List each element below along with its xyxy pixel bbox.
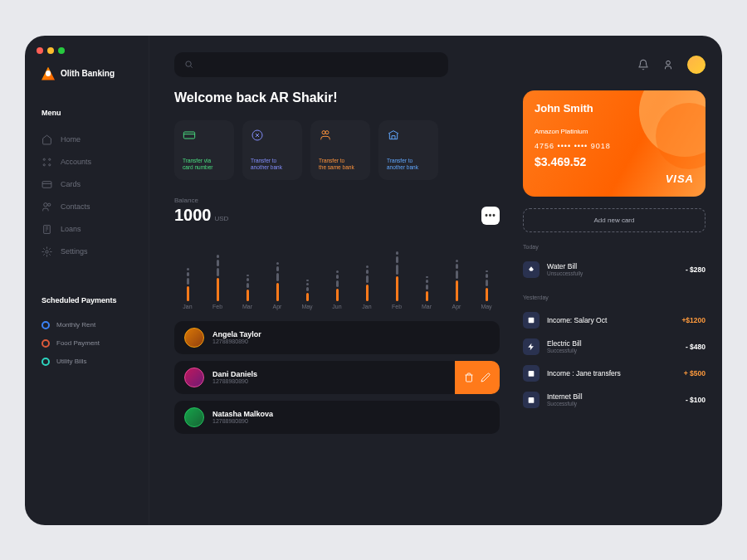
- bar-Apr: Apr: [264, 243, 290, 309]
- contact-item[interactable]: Natasha Malkova12788980890: [174, 401, 500, 434]
- transaction-amount: + $500: [684, 369, 706, 377]
- transaction-name: Internet Bill: [547, 392, 678, 401]
- user-icon[interactable]: [662, 59, 674, 71]
- svg-point-10: [666, 61, 671, 65]
- contact-id: 12788980890: [212, 338, 261, 344]
- svg-point-13: [322, 130, 325, 134]
- action-icon: [387, 129, 400, 142]
- svg-rect-18: [529, 397, 535, 403]
- balance-label: Balance: [174, 197, 500, 204]
- svg-point-6: [48, 203, 51, 206]
- status-ring: [42, 339, 50, 348]
- settings-icon: [42, 246, 52, 257]
- svg-point-2: [43, 163, 45, 165]
- nav-accounts[interactable]: Accounts: [42, 151, 149, 173]
- transaction-status: Successfully: [547, 348, 678, 353]
- loans-icon: [42, 224, 52, 235]
- bar-Jan: Jan: [174, 243, 201, 309]
- home-icon: [42, 134, 52, 145]
- profile-avatar[interactable]: [687, 56, 706, 74]
- bar-Mar: Mar: [413, 243, 440, 309]
- svg-point-14: [325, 130, 329, 134]
- contact-item[interactable]: Angela Taylor12788980890: [174, 321, 500, 354]
- transaction-item[interactable]: Electric BillSuccessfully- $480: [523, 334, 706, 360]
- bar-Jan: Jan: [354, 243, 380, 309]
- transfer-action-3[interactable]: Transfer toanother bank: [378, 120, 438, 180]
- scheduled-item[interactable]: Utility Bills: [42, 353, 149, 371]
- transaction-amount: - $100: [686, 396, 706, 404]
- svg-point-3: [49, 163, 51, 165]
- add-card-button[interactable]: Add new card: [523, 208, 706, 232]
- contact-id: 12788980890: [212, 418, 273, 424]
- transfer-action-2[interactable]: Transfer tothe same bank: [310, 120, 370, 180]
- nav-loans[interactable]: Loans: [42, 218, 149, 241]
- transaction-item[interactable]: $Income: Salary Oct+$1200: [523, 307, 706, 334]
- status-ring: [42, 358, 50, 366]
- contact-name: Dani Daniels: [212, 370, 257, 378]
- nav-settings[interactable]: Settings: [42, 241, 149, 263]
- contact-avatar: [184, 368, 204, 387]
- contact-name: Natasha Malkova: [212, 410, 273, 418]
- card-number: 4756 •••• •••• 9018: [535, 142, 694, 150]
- svg-rect-11: [183, 132, 194, 139]
- bar-May: May: [473, 243, 500, 309]
- action-icon: [251, 129, 264, 142]
- transaction-day: Yesterday: [523, 295, 706, 300]
- credit-card[interactable]: John Smith Amazon Platinium 4756 •••• ••…: [523, 90, 706, 197]
- welcome-heading: Welcome back AR Shakir!: [174, 90, 500, 105]
- bell-icon[interactable]: [637, 59, 649, 71]
- visa-logo: VISA: [666, 173, 694, 185]
- menu-heading: Menu: [42, 109, 149, 117]
- transfer-action-0[interactable]: Transfer viacard number: [174, 120, 234, 180]
- search-input[interactable]: [174, 52, 448, 77]
- delete-icon[interactable]: [464, 373, 474, 382]
- contact-name: Angela Taylor: [212, 330, 261, 338]
- card-tier: Amazon Platinium: [535, 128, 694, 135]
- transaction-status: Unsuccessfully: [547, 270, 678, 276]
- nav-home[interactable]: Home: [42, 129, 149, 151]
- bar-Feb: Feb: [383, 243, 410, 309]
- scheduled-item[interactable]: Food Payment: [42, 334, 149, 353]
- transaction-name: Water Bill: [547, 262, 678, 270]
- contact-actions: [455, 361, 500, 394]
- transaction-amount: - $280: [686, 265, 706, 274]
- transaction-day: Today: [523, 244, 706, 250]
- transaction-amount: - $480: [686, 343, 706, 351]
- transfer-action-1[interactable]: Transfer toanother bank: [242, 120, 302, 180]
- transaction-amount: +$1200: [681, 316, 706, 324]
- scheduled-item[interactable]: Monthly Rent: [42, 316, 149, 334]
- contact-avatar: [184, 328, 204, 348]
- transaction-name: Income : Jane transfers: [547, 369, 676, 377]
- transaction-item[interactable]: Water BillUnsuccessfully- $280: [523, 256, 706, 283]
- logo-icon: [42, 67, 55, 80]
- nav-cards[interactable]: Cards: [42, 173, 149, 196]
- search-icon: [184, 60, 193, 69]
- bar-Jun: Jun: [324, 243, 350, 309]
- status-ring: [42, 321, 50, 329]
- transaction-icon: [523, 338, 540, 355]
- contact-item[interactable]: Dani Daniels12788980890: [174, 361, 500, 394]
- more-button[interactable]: •••: [481, 207, 500, 225]
- transaction-item[interactable]: Income : Jane transfers+ $500: [523, 360, 706, 387]
- balance-value: 1000USD: [174, 206, 228, 225]
- transaction-name: Income: Salary Oct: [547, 316, 674, 324]
- bar-Mar: Mar: [234, 243, 261, 309]
- card-balance: $3.469.52: [535, 155, 694, 168]
- action-icon: [319, 129, 332, 142]
- contact-avatar: [184, 407, 204, 427]
- transaction-icon: [523, 392, 540, 408]
- scheduled-heading: Scheduled Payments: [42, 296, 149, 304]
- transaction-name: Electric Bill: [547, 339, 678, 348]
- balance-chart: JanFebMarAprMayJunJanFebMarAprMay: [174, 236, 500, 309]
- edit-icon[interactable]: [481, 373, 491, 382]
- transaction-icon: [523, 365, 540, 382]
- svg-point-1: [49, 158, 51, 160]
- svg-rect-7: [44, 225, 51, 233]
- brand-name: Olith Banking: [61, 69, 115, 78]
- brand-logo[interactable]: Olith Banking: [42, 67, 149, 80]
- nav-contacts[interactable]: Contacts: [42, 196, 149, 218]
- transaction-item[interactable]: Internet BillSuccessfully- $100: [523, 387, 706, 413]
- cards-icon: [42, 179, 52, 190]
- svg-point-8: [46, 250, 48, 252]
- transaction-icon: [523, 261, 540, 278]
